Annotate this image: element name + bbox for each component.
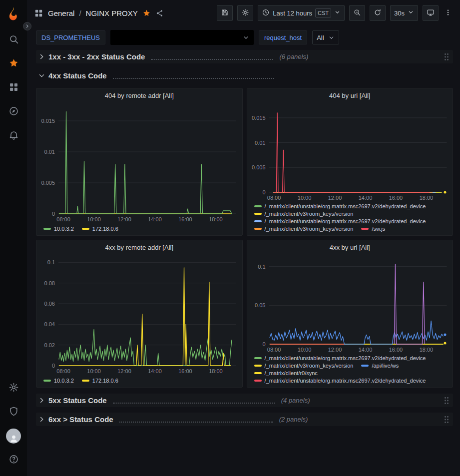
sidebar-item-profile[interactable] (0, 424, 27, 448)
legend-item[interactable]: /api/live/ws (361, 363, 399, 369)
legend-item[interactable]: 172.18.0.6 (82, 378, 118, 384)
timeseries-chart: 00.020.040.060.080.1 08:0010:0012:0014:0… (36, 254, 242, 376)
panel-title[interactable]: 404 by remote addr [All] (36, 88, 242, 102)
refresh-interval-label: 30s (394, 9, 405, 17)
row-title: 5xx Status Code (48, 396, 107, 405)
zoom-out-icon (353, 8, 361, 18)
row-6xx[interactable]: 6xx > Status Code (2 panels) (36, 413, 453, 426)
y-axis-label: 0 (52, 211, 55, 217)
legend-item[interactable]: /_matrix/client/r0/sync (254, 370, 318, 376)
y-axis-label: 0.015 (252, 115, 266, 121)
y-axis-label: 0.04 (44, 321, 55, 327)
panel-title[interactable]: 4xx by uri [All] (247, 240, 453, 254)
refresh-button[interactable] (370, 5, 386, 21)
plot-area[interactable] (58, 105, 236, 214)
favorite-star-icon[interactable] (142, 9, 151, 17)
legend-label: /_matrix/client/unstable/org.matrix.msc2… (265, 218, 426, 224)
row-5xx[interactable]: 5xx Status Code (4 panels) (36, 394, 453, 407)
row-drag-handle[interactable] (444, 53, 449, 61)
x-axis-label: 10:00 (87, 368, 101, 374)
x-axis-label: 14:00 (148, 368, 162, 374)
series-color-swatch (361, 228, 369, 230)
star-icon (8, 58, 19, 70)
sidebar-item-alerting[interactable] (0, 124, 27, 148)
user-avatar (6, 429, 21, 444)
legend-item[interactable]: /_matrix/client/v3/room_keys/version (254, 363, 354, 369)
x-axis-label: 18:00 (420, 195, 434, 201)
row-title: 1xx - 3xx - 2xx Status Code (48, 52, 145, 61)
legend-label: /api/live/ws (372, 363, 399, 369)
legend-label: /_matrix/client/v3/room_keys/version (265, 211, 354, 217)
y-axis-label: 0 (262, 341, 265, 347)
legend-item[interactable]: /sw.js (361, 226, 385, 232)
plot-area[interactable] (58, 257, 236, 366)
legend-label: 172.18.0.6 (92, 378, 118, 384)
y-axis-label: 0.08 (44, 280, 55, 286)
x-axis-label: 10:00 (87, 216, 101, 222)
gear-icon (8, 382, 19, 395)
variable-datasource-dropdown[interactable] (110, 30, 254, 45)
y-axis-label: 0.05 (255, 302, 265, 308)
monitor-icon (427, 8, 435, 18)
chevron-down-icon (38, 72, 45, 79)
legend-item[interactable]: 10.0.3.2 (43, 378, 74, 384)
y-axis: 00.0050.010.015 (37, 105, 58, 214)
y-axis-label: 0.015 (41, 118, 55, 124)
row-panel-count: (6 panels) (279, 53, 308, 60)
legend-label: 10.0.3.2 (54, 226, 74, 232)
sidebar-item-search[interactable] (0, 28, 27, 52)
grafana-logo[interactable] (5, 5, 22, 22)
sidebar-expand-button[interactable] (23, 22, 31, 30)
timeseries-chart: 00.050.1 08:0010:0012:0014:0016:0018:00 (247, 254, 453, 354)
plot-area[interactable] (269, 105, 447, 192)
legend-item[interactable]: /_matrix/client/unstable/org.matrix.msc2… (254, 378, 426, 384)
legend-item[interactable]: /_matrix/client/v3/room_keys/version (254, 226, 354, 232)
zoom-out-button[interactable] (349, 5, 365, 21)
dotted-leader (113, 397, 275, 404)
save-dashboard-button[interactable] (217, 5, 233, 21)
legend-item[interactable]: 172.18.0.6 (82, 226, 118, 232)
panel-title[interactable]: 404 by uri [All] (247, 88, 453, 102)
plot-area[interactable] (269, 257, 447, 344)
x-axis-label: 16:00 (389, 347, 403, 353)
sidebar-item-dashboards[interactable] (0, 76, 27, 100)
row-panel-count: (2 panels) (279, 416, 308, 423)
refresh-interval-picker[interactable]: 30s (390, 5, 418, 21)
panel-4xx-by-remote-addr: 4xx by remote addr [All] 00.020.040.060.… (36, 240, 243, 388)
more-options-kebab[interactable] (443, 5, 453, 21)
x-axis-label: 18:00 (209, 368, 223, 374)
legend-item[interactable]: /_matrix/client/unstable/org.matrix.msc2… (254, 355, 426, 361)
share-icon[interactable] (155, 9, 164, 17)
time-range-picker[interactable]: Last 12 hours CST (258, 5, 345, 21)
refresh-icon (374, 8, 382, 18)
row-drag-handle[interactable] (444, 397, 449, 405)
breadcrumb-section[interactable]: General (48, 9, 74, 17)
panel-4xx-by-uri: 4xx by uri [All] 00.050.1 08:0010:0012:0… (247, 240, 454, 388)
x-axis-label: 12:00 (117, 216, 131, 222)
legend-item[interactable]: /_matrix/client/unstable/org.matrix.msc2… (254, 203, 426, 209)
sidebar-item-configuration[interactable] (0, 376, 27, 400)
x-axis-label: 18:00 (420, 347, 434, 353)
row-1xx-3xx-2xx[interactable]: 1xx - 3xx - 2xx Status Code (6 panels) (36, 50, 453, 63)
variable-label-text: request_host (264, 34, 302, 41)
variable-request-host-dropdown[interactable]: All (312, 30, 339, 44)
sidebar-item-server-admin[interactable] (0, 400, 27, 424)
dashboard-settings-button[interactable] (237, 5, 253, 21)
legend-label: /sw.js (372, 226, 385, 232)
breadcrumb-dashboard-title[interactable]: NGINX PROXY (86, 9, 138, 17)
chevron-right-icon (38, 53, 45, 60)
legend-label: /_matrix/client/unstable/org.matrix.msc2… (265, 378, 426, 384)
legend-item[interactable]: 10.0.3.2 (43, 226, 74, 232)
y-axis: 00.0050.010.015 (248, 105, 269, 192)
sidebar-item-help[interactable] (0, 448, 27, 472)
row-drag-handle[interactable] (444, 416, 449, 424)
row-4xx[interactable]: 4xx Status Code (36, 69, 453, 82)
legend-item[interactable]: /_matrix/client/unstable/org.matrix.msc2… (254, 218, 426, 224)
sidebar-item-starred[interactable] (0, 52, 27, 76)
y-axis-label: 0.1 (258, 264, 265, 270)
sidebar-item-explore[interactable] (0, 100, 27, 124)
panel-404-by-remote-addr: 404 by remote addr [All] 00.0050.010.015… (36, 88, 243, 236)
legend-item[interactable]: /_matrix/client/v3/room_keys/version (254, 211, 354, 217)
panel-title[interactable]: 4xx by remote addr [All] (36, 240, 242, 254)
tv-mode-button[interactable] (423, 5, 439, 21)
